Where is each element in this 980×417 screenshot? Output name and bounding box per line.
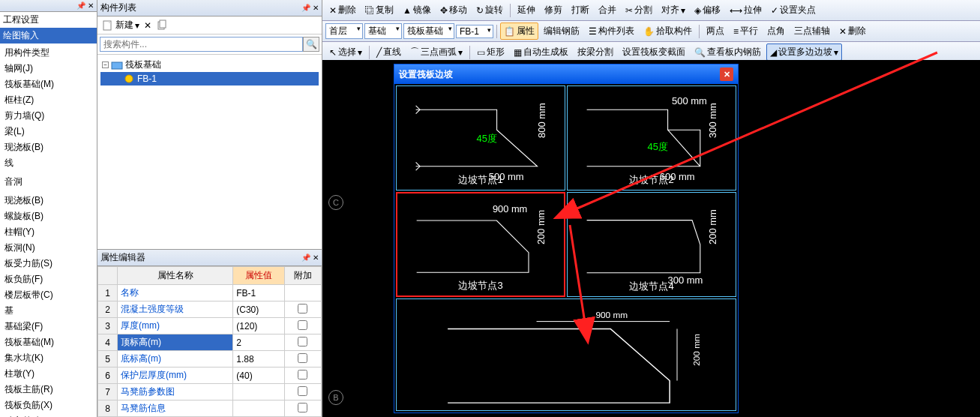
cat-item[interactable]: 楼层板带(C) bbox=[0, 287, 97, 303]
copy-button[interactable]: ⿻ 复制 bbox=[361, 2, 397, 19]
prop-checkbox[interactable] bbox=[298, 304, 307, 314]
extend-button[interactable]: 延伸 bbox=[514, 2, 539, 19]
main-area: ✕ 删除 ⿻ 复制 ▲ 镜像 ✥ 移动 ↻ 旋转 延伸 修剪 打断 合并 ✂ 分… bbox=[322, 0, 980, 417]
collapse-icon[interactable]: − bbox=[102, 62, 109, 68]
cat-item[interactable]: 柱帽(Y) bbox=[0, 224, 97, 240]
cat-item[interactable]: 用构件类型 bbox=[0, 45, 97, 61]
cat-item[interactable]: 板受力筋(S) bbox=[0, 256, 97, 272]
select-button[interactable]: ↖ 选择 ▾ bbox=[325, 44, 366, 61]
line-button[interactable]: ╱ 直线 bbox=[373, 44, 405, 61]
folder-icon bbox=[111, 59, 123, 71]
preview-diagram: 900 mm 200 mm bbox=[397, 299, 736, 410]
cat-item[interactable]: 现浇板(B) bbox=[0, 193, 97, 208]
delete-button[interactable]: ✕ 删除 bbox=[325, 2, 360, 19]
parallel-button[interactable]: ≡ 平行 bbox=[730, 22, 762, 40]
cat-item[interactable]: 基 bbox=[0, 303, 97, 319]
cat-item[interactable]: 筏板基础(M) bbox=[0, 334, 97, 350]
prop-checkbox[interactable] bbox=[298, 337, 307, 346]
split-by-beam-button[interactable]: 按梁分割 bbox=[574, 44, 617, 61]
pick-component-button[interactable]: ✋ 拾取构件 bbox=[640, 22, 696, 40]
prop-row[interactable]: 1名称FB-1 bbox=[98, 285, 322, 302]
nav-drawing-input[interactable]: 绘图输入 bbox=[0, 28, 97, 44]
cat-item[interactable]: 筏板负筋(X) bbox=[0, 398, 97, 413]
cat-item[interactable]: 现浇板(B) bbox=[0, 140, 97, 155]
prop-checkbox[interactable] bbox=[298, 386, 307, 396]
property-button[interactable]: 📋 属性 bbox=[500, 22, 538, 40]
move-button[interactable]: ✥ 移动 bbox=[436, 2, 471, 19]
stretch-button[interactable]: ⟷ 拉伸 bbox=[726, 2, 766, 19]
prop-row[interactable]: 2混凝土强度等级(C30) bbox=[98, 302, 322, 318]
tree-root[interactable]: − 筏板基础 bbox=[100, 58, 319, 72]
pin-icon[interactable]: 📌 ✕ bbox=[301, 254, 319, 262]
slope-node-4[interactable]: 300 mm 200 mm 边坡节点4 bbox=[567, 192, 736, 297]
prop-row[interactable]: 4顶标高(m)2 bbox=[98, 334, 322, 351]
close-icon[interactable]: ✕ bbox=[720, 68, 733, 81]
view-rebar-button[interactable]: 🔍 查看板内钢筋 bbox=[691, 44, 765, 61]
cat-item[interactable]: 框柱(Z) bbox=[0, 92, 97, 108]
set-section-button[interactable]: 设置筏板变截面 bbox=[619, 44, 689, 61]
prop-row[interactable]: 6保护层厚度(mm)(40) bbox=[98, 368, 322, 384]
category-combo[interactable]: 基础 bbox=[364, 23, 402, 39]
slope-node-3[interactable]: 900 mm 200 mm 边坡节点3 bbox=[396, 192, 565, 297]
cat-item[interactable]: 线 bbox=[0, 155, 97, 171]
align-button[interactable]: 对齐 ▾ bbox=[658, 2, 689, 19]
cat-item[interactable]: 螺旋板(B) bbox=[0, 208, 97, 224]
rotate-button[interactable]: ↻ 旋转 bbox=[472, 2, 507, 19]
rect-button[interactable]: ▭ 矩形 bbox=[473, 44, 508, 61]
auto-gen-slab-button[interactable]: ▦ 自动生成板 bbox=[510, 44, 572, 61]
prop-row[interactable]: 5底标高(m)1.88 bbox=[98, 351, 322, 368]
cat-item[interactable]: 筏板主筋(R) bbox=[0, 382, 97, 398]
cat-item[interactable]: 音洞 bbox=[0, 174, 97, 190]
tree-child-fb1[interactable]: FB-1 bbox=[100, 72, 319, 86]
cat-item[interactable]: 板洞(N) bbox=[0, 240, 97, 256]
prop-row[interactable]: 7马凳筋参数图 bbox=[98, 384, 322, 400]
merge-button[interactable]: 合并 bbox=[595, 2, 620, 19]
prop-checkbox[interactable] bbox=[298, 370, 307, 380]
svg-text:200 mm: 200 mm bbox=[691, 334, 702, 366]
prop-checkbox[interactable] bbox=[298, 320, 307, 330]
delete-axis-button[interactable]: ✕ 删除 bbox=[835, 22, 870, 40]
pin-icon[interactable]: 📌 ✕ bbox=[76, 2, 94, 10]
dialog-body: 45度 500 mm 800 mm 边坡节点1 45度 500 mm 600 m… bbox=[394, 84, 738, 412]
cat-item[interactable]: 轴网(J) bbox=[0, 61, 97, 76]
arc-button[interactable]: ⌒ 三点画弧 ▾ bbox=[406, 44, 466, 61]
split-button[interactable]: ✂ 分割 bbox=[622, 2, 656, 19]
dialog-titlebar[interactable]: 设置筏板边坡 ✕ bbox=[394, 64, 738, 84]
instance-combo[interactable]: FB-1 bbox=[456, 25, 493, 38]
break-button[interactable]: 打断 bbox=[568, 2, 593, 19]
search-button[interactable]: 🔍 bbox=[303, 37, 319, 52]
edit-rebar-button[interactable]: 编辑钢筋 bbox=[540, 22, 583, 40]
mirror-button[interactable]: ▲ 镜像 bbox=[399, 2, 435, 19]
copy-icon[interactable] bbox=[156, 20, 168, 32]
set-multi-slope-button[interactable]: ◢ 设置多边边坡 ▾ bbox=[766, 44, 842, 61]
slope-node-2[interactable]: 45度 500 mm 600 mm 300 mm 边坡节点2 bbox=[567, 86, 736, 190]
floor-combo[interactable]: 首层 bbox=[325, 23, 363, 39]
prop-checkbox[interactable] bbox=[298, 353, 307, 363]
prop-checkbox[interactable] bbox=[298, 403, 307, 412]
point-angle-button[interactable]: 点角 bbox=[763, 22, 789, 40]
new-button[interactable]: 新建 ▾ bbox=[102, 19, 139, 32]
cat-item[interactable]: 独立基础(F) bbox=[0, 413, 97, 417]
cat-item[interactable]: 基础梁(F) bbox=[0, 319, 97, 334]
cat-item[interactable]: 筏板基础(M) bbox=[0, 76, 97, 92]
prop-row[interactable]: 8马凳筋信息 bbox=[98, 400, 322, 417]
cat-item[interactable]: 梁(L) bbox=[0, 124, 97, 140]
cat-item[interactable]: 集水坑(K) bbox=[0, 350, 97, 366]
pin-icon[interactable]: 📌 ✕ bbox=[301, 4, 319, 12]
nav-engineering-settings[interactable]: 工程设置 bbox=[0, 12, 97, 28]
type-combo[interactable]: 筏板基础 bbox=[403, 23, 454, 39]
three-point-axis-button[interactable]: 三点辅轴 bbox=[790, 22, 834, 40]
offset-button[interactable]: ◈ 偏移 bbox=[691, 2, 724, 19]
slope-label: 边坡节点4 bbox=[568, 280, 736, 293]
set-grip-button[interactable]: ✓ 设置夹点 bbox=[767, 2, 820, 19]
component-list-button[interactable]: ☰ 构件列表 bbox=[585, 22, 638, 40]
cat-item[interactable]: 板负筋(F) bbox=[0, 272, 97, 287]
delete-icon[interactable]: ✕ bbox=[144, 20, 151, 31]
cat-item[interactable]: 剪力墙(Q) bbox=[0, 108, 97, 124]
slope-node-1[interactable]: 45度 500 mm 800 mm 边坡节点1 bbox=[396, 86, 565, 190]
two-point-button[interactable]: 两点 bbox=[703, 22, 728, 40]
trim-button[interactable]: 修剪 bbox=[541, 2, 566, 19]
prop-row[interactable]: 3厚度(mm)(120) bbox=[98, 318, 322, 334]
search-input[interactable] bbox=[100, 37, 303, 52]
cat-item[interactable]: 柱墩(Y) bbox=[0, 366, 97, 382]
